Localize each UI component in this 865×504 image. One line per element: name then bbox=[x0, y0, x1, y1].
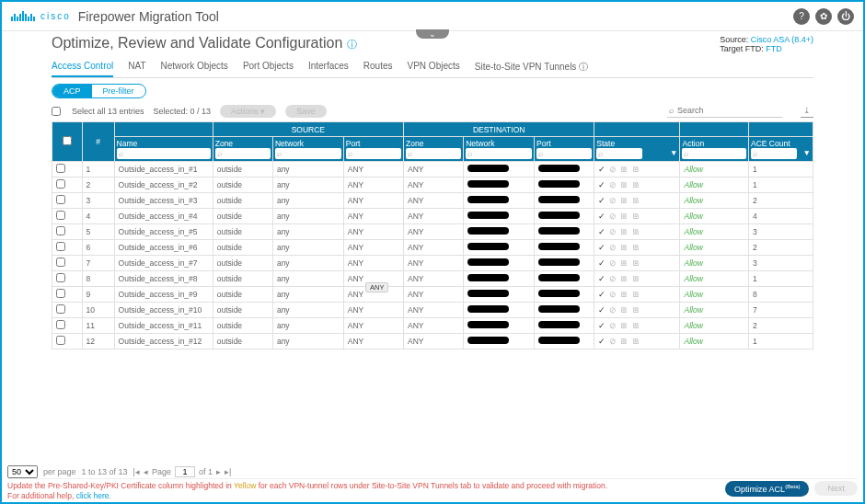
search-icon: ⌕ bbox=[669, 106, 674, 115]
table-row: 10Outside_access_in_#10outsideanyANYANY✓… bbox=[52, 303, 813, 318]
help-link[interactable]: click here bbox=[76, 491, 110, 500]
table-row: 8Outside_access_in_#8outsideanyANYANY✓⊘🗎… bbox=[52, 271, 813, 287]
filter-icon[interactable]: ▼ bbox=[803, 148, 811, 159]
select-all-label: Select all 13 entries bbox=[72, 107, 144, 116]
tab-vpn-objects[interactable]: VPN Objects bbox=[408, 57, 460, 77]
subtab-prefilter[interactable]: Pre-filter bbox=[92, 85, 145, 97]
selected-count: Selected: 0 / 13 bbox=[154, 107, 212, 116]
filter-ace[interactable]: ⌕ bbox=[751, 148, 797, 159]
row-checkbox[interactable] bbox=[56, 226, 65, 235]
optimize-acl-button[interactable]: Optimize ACL(Beta) bbox=[725, 481, 809, 497]
migration-meta: Source: Cisco ASA (8.4+) Target FTD: FTD bbox=[720, 35, 813, 53]
filter-name[interactable]: ⌕ bbox=[117, 148, 211, 159]
power-icon[interactable]: ⏻ bbox=[837, 8, 854, 25]
download-icon[interactable]: ⤓ bbox=[801, 105, 813, 118]
state-icons[interactable]: ✓⊘🗎🗎 bbox=[598, 305, 675, 315]
tab-nat[interactable]: NAT bbox=[128, 57, 145, 77]
page-title: Optimize, Review and Validate Configurat… bbox=[52, 35, 357, 52]
table-row: 2Outside_access_in_#2outsideanyANYANY✓⊘🗎… bbox=[52, 178, 813, 193]
table-row: 5Outside_access_in_#5outsideanyANYANY✓⊘🗎… bbox=[52, 224, 813, 240]
filter-action[interactable]: ⌕ bbox=[682, 148, 746, 159]
help-icon[interactable]: ? bbox=[793, 8, 810, 25]
gear-icon[interactable]: ✿ bbox=[815, 8, 832, 25]
filter-src-zone[interactable]: ⌕ bbox=[215, 148, 271, 159]
table-row: 1Outside_access_in_#1outsideanyANYANY✓⊘🗎… bbox=[52, 162, 813, 178]
row-checkbox[interactable] bbox=[56, 179, 65, 189]
state-icons[interactable]: ✓⊘🗎🗎 bbox=[598, 243, 675, 252]
search-input[interactable] bbox=[677, 106, 778, 115]
filter-dst-zone[interactable]: ⌕ bbox=[406, 148, 461, 159]
subtab-group: ACP Pre-filter bbox=[52, 84, 146, 98]
filter-icon[interactable]: ▼ bbox=[670, 148, 677, 159]
row-checkbox[interactable] bbox=[56, 195, 65, 204]
page-input[interactable] bbox=[175, 466, 195, 477]
table-row: 6Outside_access_in_#6outsideanyANYANY✓⊘🗎… bbox=[52, 240, 813, 256]
table-row: 12Outside_access_in_#12outsideanyANYANY✓… bbox=[52, 334, 813, 349]
col-num[interactable]: # bbox=[82, 122, 114, 162]
row-checkbox[interactable] bbox=[56, 273, 65, 282]
row-checkbox[interactable] bbox=[56, 336, 65, 345]
state-icons[interactable]: ✓⊘🗎🗎 bbox=[598, 321, 675, 330]
select-all-checkbox[interactable] bbox=[52, 107, 61, 116]
table-row: 11Outside_access_in_#11outsideanyANYANY✓… bbox=[52, 318, 813, 334]
tab-routes[interactable]: Routes bbox=[363, 57, 393, 77]
table-row: 7Outside_access_in_#7outsideanyANYANY✓⊘🗎… bbox=[52, 256, 813, 271]
row-checkbox[interactable] bbox=[56, 304, 65, 314]
cisco-logo: cisco bbox=[11, 11, 71, 21]
group-source: SOURCE bbox=[213, 122, 403, 137]
row-checkbox[interactable] bbox=[56, 289, 65, 298]
next-button: Next bbox=[814, 481, 858, 496]
per-page-select[interactable]: 50 bbox=[7, 465, 38, 478]
save-button: Save bbox=[285, 105, 327, 118]
row-checkbox[interactable] bbox=[56, 164, 65, 173]
filter-dst-port[interactable]: ⌕ bbox=[536, 148, 592, 159]
state-icons[interactable]: ✓⊘🗎🗎 bbox=[598, 290, 675, 299]
tab-network-objects[interactable]: Network Objects bbox=[161, 57, 228, 77]
prev-page[interactable]: ◂ bbox=[144, 467, 148, 476]
state-icons[interactable]: ✓⊘🗎🗎 bbox=[598, 227, 675, 236]
table-row: 4Outside_access_in_#4outsideanyANYANY✓⊘🗎… bbox=[52, 209, 813, 224]
row-checkbox[interactable] bbox=[56, 258, 65, 267]
app-title: Firepower Migration Tool bbox=[78, 9, 219, 24]
filter-dst-net[interactable]: ⌕ bbox=[466, 148, 532, 159]
state-icons[interactable]: ✓⊘🗎🗎 bbox=[598, 165, 675, 174]
rules-table: # SOURCE DESTINATION Name⌕ Zone⌕ Network… bbox=[52, 121, 813, 349]
tab-port-objects[interactable]: Port Objects bbox=[243, 57, 294, 77]
tab-interfaces[interactable]: Interfaces bbox=[308, 57, 349, 77]
expand-toggle[interactable]: ⌄ bbox=[416, 29, 449, 39]
state-icons[interactable]: ✓⊘🗎🗎 bbox=[598, 196, 675, 205]
table-row: 9Outside_access_in_#9outsideanyANYANY✓⊘🗎… bbox=[52, 287, 813, 303]
row-checkbox[interactable] bbox=[56, 320, 65, 329]
state-icons[interactable]: ✓⊘🗎🗎 bbox=[598, 212, 675, 221]
filter-state[interactable]: ⌕ bbox=[596, 148, 642, 159]
tab-access-control[interactable]: Access Control bbox=[52, 57, 113, 77]
state-icons[interactable]: ✓⊘🗎🗎 bbox=[598, 258, 675, 268]
subtab-acp[interactable]: ACP bbox=[52, 85, 92, 97]
row-checkbox[interactable] bbox=[56, 211, 65, 220]
table-row: 3Outside_access_in_#3outsideanyANYANY✓⊘🗎… bbox=[52, 193, 813, 209]
row-checkbox[interactable] bbox=[56, 242, 65, 251]
any-tooltip: ANY bbox=[365, 282, 388, 292]
info-icon[interactable]: ⓘ bbox=[347, 39, 357, 50]
group-dest: DESTINATION bbox=[403, 122, 594, 137]
state-icons[interactable]: ✓⊘🗎🗎 bbox=[598, 274, 675, 283]
header-checkbox[interactable] bbox=[63, 136, 72, 145]
actions-button: Actions ▾ bbox=[220, 105, 276, 118]
warning-message: Update the Pre-Shared-Key/PKI Certificat… bbox=[7, 481, 607, 501]
state-icons[interactable]: ✓⊘🗎🗎 bbox=[598, 337, 675, 346]
last-page[interactable]: ▸| bbox=[225, 467, 231, 476]
filter-src-port[interactable]: ⌕ bbox=[346, 148, 401, 159]
tab-site-to-site-vpn-tunnels[interactable]: Site-to-Site VPN Tunnels ⓘ bbox=[475, 57, 588, 77]
next-page[interactable]: ▸ bbox=[216, 467, 221, 476]
filter-src-net[interactable]: ⌕ bbox=[275, 148, 341, 159]
first-page[interactable]: |◂ bbox=[133, 467, 140, 476]
state-icons[interactable]: ✓⊘🗎🗎 bbox=[598, 180, 675, 189]
